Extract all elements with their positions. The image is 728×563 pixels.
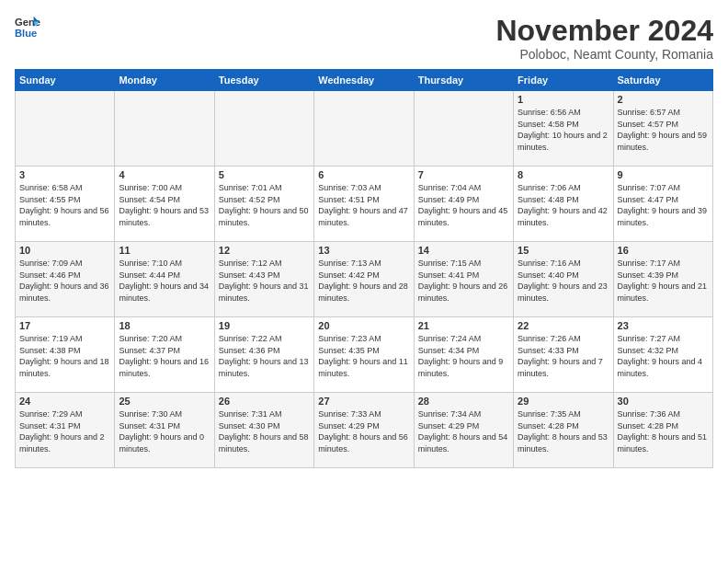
- daylight: Daylight: 9 hours and 53 minutes.: [119, 206, 209, 227]
- calendar-cell: 15 Sunrise: 7:16 AM Sunset: 4:40 PM Dayl…: [514, 242, 613, 317]
- day-info: Sunrise: 7:03 AM Sunset: 4:51 PM Dayligh…: [318, 182, 409, 228]
- calendar-cell: 19 Sunrise: 7:22 AM Sunset: 4:36 PM Dayl…: [214, 317, 313, 393]
- day-info: Sunrise: 7:35 AM Sunset: 4:28 PM Dayligh…: [518, 408, 609, 454]
- day-number: 22: [518, 320, 609, 331]
- subtitle: Poloboc, Neamt County, Romania: [495, 47, 713, 62]
- sunset: Sunset: 4:29 PM: [418, 421, 480, 431]
- daylight: Daylight: 9 hours and 56 minutes.: [19, 206, 109, 227]
- sunrise: Sunrise: 7:33 AM: [318, 409, 381, 419]
- calendar-cell: 24 Sunrise: 7:29 AM Sunset: 4:31 PM Dayl…: [16, 393, 115, 468]
- logo-icon: General Blue: [15, 15, 40, 40]
- calendar-cell: 30 Sunrise: 7:36 AM Sunset: 4:28 PM Dayl…: [613, 393, 712, 468]
- sunrise: Sunrise: 7:06 AM: [518, 183, 581, 192]
- day-info: Sunrise: 7:24 AM Sunset: 4:34 PM Dayligh…: [418, 333, 509, 379]
- sunset: Sunset: 4:41 PM: [418, 270, 480, 280]
- sunset: Sunset: 4:49 PM: [418, 195, 480, 204]
- header: General Blue General Blue November 2024 …: [15, 15, 713, 62]
- day-info: Sunrise: 7:09 AM Sunset: 4:46 PM Dayligh…: [19, 258, 110, 304]
- calendar-cell: 2 Sunrise: 6:57 AM Sunset: 4:57 PM Dayli…: [613, 91, 712, 167]
- calendar-cell: 16 Sunrise: 7:17 AM Sunset: 4:39 PM Dayl…: [613, 242, 712, 317]
- calendar-cell: 18 Sunrise: 7:20 AM Sunset: 4:37 PM Dayl…: [115, 317, 214, 393]
- day-number: 30: [618, 396, 709, 407]
- day-info: Sunrise: 7:12 AM Sunset: 4:43 PM Dayligh…: [219, 258, 310, 304]
- calendar-cell: 11 Sunrise: 7:10 AM Sunset: 4:44 PM Dayl…: [115, 242, 214, 317]
- daylight: Daylight: 9 hours and 28 minutes.: [318, 282, 408, 303]
- sunset: Sunset: 4:47 PM: [618, 195, 679, 204]
- sunset: Sunset: 4:51 PM: [318, 195, 380, 204]
- daylight: Daylight: 9 hours and 0 minutes.: [119, 432, 204, 454]
- calendar-cell: 12 Sunrise: 7:12 AM Sunset: 4:43 PM Dayl…: [214, 242, 313, 317]
- sunrise: Sunrise: 7:00 AM: [119, 183, 182, 192]
- sunrise: Sunrise: 7:23 AM: [318, 334, 381, 343]
- day-number: 28: [418, 396, 509, 407]
- daylight: Daylight: 9 hours and 50 minutes.: [219, 206, 309, 227]
- daylight: Daylight: 9 hours and 31 minutes.: [219, 282, 309, 303]
- day-number: 5: [219, 169, 310, 180]
- day-info: Sunrise: 7:19 AM Sunset: 4:38 PM Dayligh…: [19, 333, 110, 379]
- day-info: Sunrise: 7:29 AM Sunset: 4:31 PM Dayligh…: [19, 408, 110, 454]
- sunset: Sunset: 4:39 PM: [618, 270, 679, 280]
- daylight: Daylight: 8 hours and 53 minutes.: [518, 432, 608, 454]
- sunset: Sunset: 4:35 PM: [318, 346, 380, 355]
- day-info: Sunrise: 7:01 AM Sunset: 4:52 PM Dayligh…: [219, 182, 310, 228]
- daylight: Daylight: 9 hours and 26 minutes.: [418, 282, 508, 303]
- calendar-week-1: 1 Sunrise: 6:56 AM Sunset: 4:58 PM Dayli…: [16, 91, 713, 167]
- sunset: Sunset: 4:36 PM: [219, 346, 280, 355]
- daylight: Daylight: 9 hours and 21 minutes.: [618, 282, 708, 303]
- day-number: 6: [318, 169, 409, 180]
- daylight: Daylight: 9 hours and 13 minutes.: [219, 357, 309, 378]
- sunset: Sunset: 4:55 PM: [19, 195, 81, 204]
- daylight: Daylight: 9 hours and 59 minutes.: [618, 131, 708, 152]
- calendar-cell: 21 Sunrise: 7:24 AM Sunset: 4:34 PM Dayl…: [414, 317, 513, 393]
- day-info: Sunrise: 7:20 AM Sunset: 4:37 PM Dayligh…: [119, 333, 210, 379]
- daylight: Daylight: 9 hours and 9 minutes.: [418, 357, 504, 378]
- day-number: 7: [418, 169, 509, 180]
- day-number: 12: [219, 245, 310, 256]
- sunset: Sunset: 4:46 PM: [19, 270, 81, 280]
- title-section: November 2024 Poloboc, Neamt County, Rom…: [495, 15, 713, 62]
- daylight: Daylight: 9 hours and 45 minutes.: [418, 206, 508, 227]
- daylight: Daylight: 8 hours and 51 minutes.: [618, 432, 708, 454]
- daylight: Daylight: 8 hours and 54 minutes.: [418, 432, 508, 454]
- day-number: 19: [219, 320, 310, 331]
- day-number: 8: [518, 169, 609, 180]
- calendar-cell: [214, 91, 313, 167]
- day-info: Sunrise: 7:13 AM Sunset: 4:42 PM Dayligh…: [318, 258, 409, 304]
- calendar-cell: 8 Sunrise: 7:06 AM Sunset: 4:48 PM Dayli…: [514, 167, 613, 242]
- day-info: Sunrise: 7:10 AM Sunset: 4:44 PM Dayligh…: [119, 258, 210, 304]
- day-number: 23: [618, 320, 709, 331]
- sunrise: Sunrise: 7:26 AM: [518, 334, 581, 343]
- calendar-cell: 1 Sunrise: 6:56 AM Sunset: 4:58 PM Dayli…: [514, 91, 613, 167]
- day-number: 24: [19, 396, 110, 407]
- sunrise: Sunrise: 7:07 AM: [618, 183, 681, 192]
- sunrise: Sunrise: 6:56 AM: [518, 108, 581, 117]
- sunrise: Sunrise: 7:35 AM: [518, 409, 581, 419]
- logo: General Blue General Blue: [15, 15, 40, 40]
- day-number: 11: [119, 245, 210, 256]
- day-info: Sunrise: 7:22 AM Sunset: 4:36 PM Dayligh…: [219, 333, 310, 379]
- day-number: 29: [518, 396, 609, 407]
- daylight: Daylight: 8 hours and 58 minutes.: [219, 432, 309, 454]
- calendar-cell: [414, 91, 513, 167]
- day-info: Sunrise: 7:31 AM Sunset: 4:30 PM Dayligh…: [219, 408, 310, 454]
- sunset: Sunset: 4:34 PM: [418, 346, 480, 355]
- sunrise: Sunrise: 7:16 AM: [518, 259, 581, 268]
- sunset: Sunset: 4:52 PM: [219, 195, 280, 204]
- calendar-table: Sunday Monday Tuesday Wednesday Thursday…: [15, 69, 713, 468]
- header-thursday: Thursday: [414, 70, 513, 91]
- day-info: Sunrise: 7:06 AM Sunset: 4:48 PM Dayligh…: [518, 182, 609, 228]
- day-number: 26: [219, 396, 310, 407]
- sunset: Sunset: 4:28 PM: [618, 421, 679, 431]
- day-number: 18: [119, 320, 210, 331]
- day-info: Sunrise: 7:07 AM Sunset: 4:47 PM Dayligh…: [618, 182, 709, 228]
- daylight: Daylight: 9 hours and 42 minutes.: [518, 206, 608, 227]
- day-info: Sunrise: 7:26 AM Sunset: 4:33 PM Dayligh…: [518, 333, 609, 379]
- calendar-cell: [16, 91, 115, 167]
- sunrise: Sunrise: 7:34 AM: [418, 409, 482, 419]
- sunrise: Sunrise: 7:15 AM: [418, 259, 482, 268]
- sunrise: Sunrise: 7:22 AM: [219, 334, 282, 343]
- day-number: 3: [19, 169, 110, 180]
- sunset: Sunset: 4:44 PM: [119, 270, 180, 280]
- sunrise: Sunrise: 7:13 AM: [318, 259, 381, 268]
- sunrise: Sunrise: 7:03 AM: [318, 183, 381, 192]
